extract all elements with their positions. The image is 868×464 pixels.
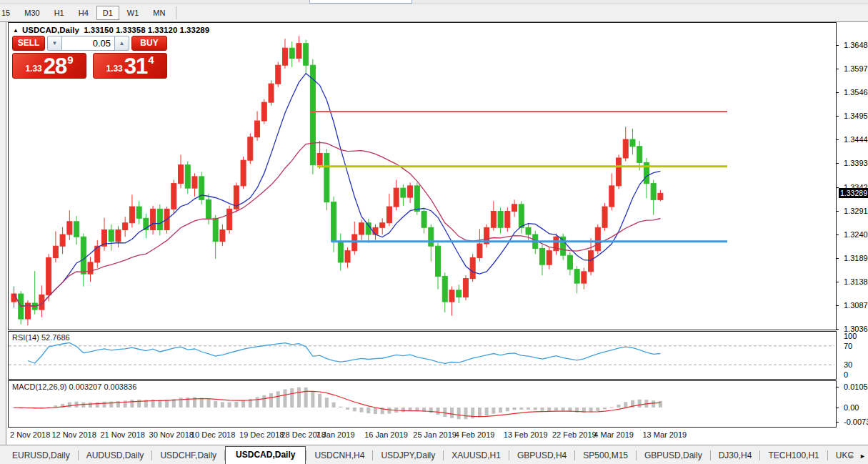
toolbar-combobox-sliver xyxy=(309,0,412,4)
price-axis-tick xyxy=(836,305,839,306)
tab-item-gbpusd-h4[interactable]: GBPUSD,H4 xyxy=(509,447,574,464)
price-axis-tick xyxy=(836,92,839,93)
date-axis-label: 19 Dec 2018 xyxy=(239,430,284,439)
price-axis-label: 1.34445 xyxy=(844,135,868,144)
tab-item-usdchf-daily[interactable]: USDCHF,Daily xyxy=(152,447,224,464)
date-axis-label: 4 Mar 2019 xyxy=(594,430,634,439)
tabs-scroll-left-icon[interactable]: ◄ xyxy=(847,453,854,460)
date-axis-label: 22 Feb 2019 xyxy=(552,430,597,439)
macd-axis-tick xyxy=(836,387,839,388)
tab-item-usdcnh-h4[interactable]: USDCNH,H4 xyxy=(306,447,372,464)
buy-price-pip: 4 xyxy=(148,54,154,66)
chart-ohlc-values: 1.33150 1.33358 1.33120 1.33289 xyxy=(84,26,209,34)
tabs-scroll-right-icon[interactable]: ► xyxy=(859,453,866,460)
timeframe-button-H1[interactable]: H1 xyxy=(48,6,71,20)
price-axis-tick xyxy=(836,235,839,235)
price-axis-label: 1.33935 xyxy=(844,159,868,168)
price-chart-pane[interactable]: ▲USDCAD,Daily 1.33150 1.33358 1.33120 1.… xyxy=(8,22,837,330)
tab-item-audusd-daily[interactable]: AUDUSD,Daily xyxy=(79,447,152,464)
macd-axis-tick xyxy=(836,408,839,408)
price-axis-label: 1.35975 xyxy=(844,64,868,74)
volume-down-icon: ▼ xyxy=(52,40,58,46)
sell-price-big: 28 xyxy=(44,57,66,76)
date-axis-label: 10 Dec 2018 xyxy=(191,430,235,439)
sell-quote-button[interactable]: 1.33 28 9 xyxy=(12,53,86,79)
price-axis-label: 1.32405 xyxy=(844,230,868,240)
macd-label: MACD(12,26,9) 0.003207 0.003836 xyxy=(12,382,136,391)
chart-title: ▲USDCAD,Daily 1.33150 1.33358 1.33120 1.… xyxy=(13,26,209,34)
macd-axis-label: 0.010525 xyxy=(844,382,868,392)
date-axis-label: 16 Jan 2019 xyxy=(364,430,408,439)
price-axis-tick xyxy=(836,258,839,259)
tab-item-dj30-h4[interactable]: DJ30,H4 xyxy=(711,447,760,464)
price-axis-label: 1.32915 xyxy=(844,207,868,216)
price-axis-tick xyxy=(836,187,839,188)
timeframe-button-15[interactable]: 15 xyxy=(0,6,16,20)
volume-decrease-button[interactable]: ▼ xyxy=(47,36,62,51)
price-axis-label: 1.30875 xyxy=(844,301,868,310)
buy-quote-button[interactable]: 1.33 31 4 xyxy=(93,53,167,79)
date-axis-label: 13 Mar 2019 xyxy=(642,430,687,439)
timeframe-button-H4[interactable]: H4 xyxy=(72,6,95,20)
timeframe-button-M30[interactable]: M30 xyxy=(18,6,46,20)
toolbar-separator xyxy=(176,6,176,19)
price-axis-label: 1.34955 xyxy=(844,112,868,121)
tab-item-usdcad-daily[interactable]: USDCAD,Daily xyxy=(225,446,306,464)
tab-item-xauusd-h1[interactable]: XAUUSD,H1 xyxy=(444,447,509,464)
macd-axis-label: -0.0073 xyxy=(844,418,868,427)
sell-button[interactable]: SELL xyxy=(12,36,45,51)
macd-axis-label: 0.00 xyxy=(844,403,859,413)
sell-price-pip: 9 xyxy=(67,54,73,66)
date-axis[interactable]: 2 Nov 201812 Nov 201821 Nov 201830 Nov 2… xyxy=(8,428,837,443)
price-axis-tick xyxy=(836,139,839,140)
tab-item-tech100-h1[interactable]: TECH100,H1 xyxy=(760,447,827,464)
rsi-axis-label: 70 xyxy=(844,342,852,351)
price-axis-tick xyxy=(836,282,839,282)
price-axis-tick xyxy=(836,69,839,69)
sell-price-prefix: 1.33 xyxy=(25,64,41,74)
date-axis-label: 7 Jan 2019 xyxy=(316,430,354,439)
macd-axis-tick xyxy=(836,422,839,423)
date-axis-label: 21 Nov 2018 xyxy=(100,430,144,439)
rsi-axis-label: 0 xyxy=(844,370,848,380)
chart-symbol-label: USDCAD,Daily xyxy=(22,26,79,34)
date-axis-label: 4 Feb 2019 xyxy=(455,430,495,439)
price-axis-label: 1.31895 xyxy=(844,254,868,263)
tab-item-usdjpy-daily[interactable]: USDJPY,Daily xyxy=(373,447,443,464)
tab-item-sp500-m15[interactable]: SP500,M15 xyxy=(575,447,636,464)
price-axis-label: 1.36485 xyxy=(844,41,868,50)
timeframe-button-MN[interactable]: MN xyxy=(146,6,171,20)
one-click-trading-panel: SELL ▼ ▲ BUY 1.33 28 9 1.33 31 4 xyxy=(11,36,174,83)
chart-window: ▲USDCAD,Daily 1.33150 1.33358 1.33120 1.… xyxy=(6,22,868,445)
price-axis-tick xyxy=(836,329,839,330)
price-axis-label: 1.31385 xyxy=(844,277,868,287)
volume-up-icon: ▲ xyxy=(119,40,125,46)
price-axis-tick xyxy=(836,116,839,117)
date-axis-label: 2 Nov 2018 xyxy=(10,430,50,439)
volume-increase-button[interactable]: ▲ xyxy=(114,36,129,51)
collapse-panel-icon[interactable]: ▲ xyxy=(13,27,19,34)
macd-indicator-pane[interactable]: MACD(12,26,9) 0.003207 0.003836 xyxy=(8,380,837,428)
price-axis-label: 1.33425 xyxy=(844,183,868,192)
terminal-window: 15M30H1H4D1W1MN ▲USDCAD,Daily 1.33150 1.… xyxy=(0,0,868,464)
buy-button[interactable]: BUY xyxy=(131,36,167,51)
timeframe-button-group: 15M30H1H4D1W1MN xyxy=(0,4,180,21)
rsi-chart-canvas[interactable] xyxy=(9,332,836,379)
tab-item-eurusd-daily[interactable]: EURUSD,Daily xyxy=(4,447,78,464)
date-axis-label: 12 Nov 2018 xyxy=(51,430,96,439)
price-axis[interactable]: 1.33289 1.364851.359751.354651.349551.34… xyxy=(838,22,868,443)
timeframe-toolbar: 15M30H1H4D1W1MN xyxy=(0,4,868,22)
price-axis-tick xyxy=(836,211,839,212)
timeframe-button-W1[interactable]: W1 xyxy=(121,6,146,20)
rsi-indicator-pane[interactable]: RSI(14) 52.7686 xyxy=(8,331,837,380)
buy-price-prefix: 1.33 xyxy=(106,64,122,74)
tab-item-gbpusd-daily[interactable]: GBPUSD,Daily xyxy=(637,447,710,464)
buy-price-big: 31 xyxy=(124,57,147,76)
chart-tab-bar: EURUSD,DailyAUDUSD,DailyUSDCHF,DailyUSDC… xyxy=(0,445,868,464)
volume-input[interactable] xyxy=(62,36,114,51)
price-axis-tick xyxy=(836,45,839,46)
price-axis-label: 1.35465 xyxy=(844,88,868,97)
date-axis-label: 25 Jan 2019 xyxy=(413,430,457,439)
timeframe-button-D1[interactable]: D1 xyxy=(96,6,119,20)
rsi-axis-label: 100 xyxy=(844,332,857,341)
